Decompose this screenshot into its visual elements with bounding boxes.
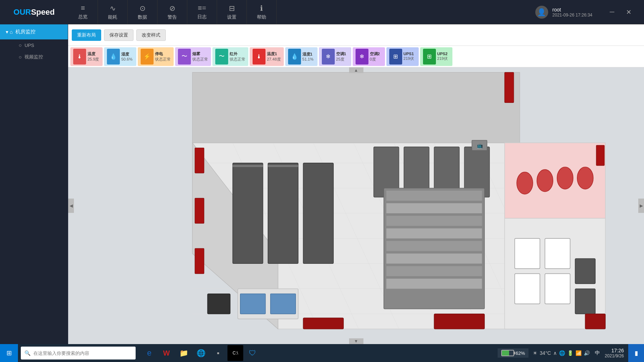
battery-percent: 62% (516, 351, 525, 356)
sensor-name-yanwu: 烟雾 (192, 51, 208, 57)
main-content: 重新布局 保存设置 改变样式 🌡 温度 25.9度 💧 湿度 50.6% ⚡ 停… (68, 24, 644, 344)
nav-tab-jinggao[interactable]: ⊘警告 (158, 0, 187, 24)
sensor-icon-kongtiao2: ❄ (356, 49, 368, 65)
search-icon: 🔍 (24, 350, 30, 356)
battery-fill (502, 351, 509, 356)
wifi-icon: 📶 (575, 350, 582, 356)
sensor-info-ups1: UPS1 219伏 (404, 52, 414, 61)
sidebar-item-shipin-jiankong[interactable]: ○ 视频监控 (13, 51, 68, 63)
terminal-icon[interactable]: ▪ (210, 345, 226, 361)
biangai-button[interactable]: 改变样式 (136, 29, 166, 41)
sensor-icon-ups1: ⊞ (389, 49, 402, 65)
temperature-value: 34°C (540, 350, 551, 356)
svg-point-22 (577, 167, 593, 189)
datetime-display: 17:26 2021/9/26 (605, 348, 624, 358)
rebuju-button[interactable]: 重新布局 (72, 29, 101, 41)
sensor-name-wendu1: 温度1 (267, 51, 281, 57)
sensor-info-kongtiao1: 空调1 25度 (336, 51, 346, 62)
sensor-value-ups2: 219伏 (437, 56, 448, 61)
svg-rect-30 (233, 163, 263, 264)
home-icon: ▾ ⌂ (6, 29, 13, 35)
sensor-icon-hongwai: 〜 (215, 49, 228, 65)
svg-rect-48 (303, 318, 343, 329)
svg-text:📺: 📺 (477, 142, 483, 149)
wps-icon[interactable]: W (159, 345, 174, 361)
action-center-button[interactable]: ▮ (628, 344, 644, 362)
svg-rect-42 (386, 216, 482, 226)
sensor-item-shidu[interactable]: 💧 湿度 50.6% (104, 47, 136, 66)
nenghao-icon: ∿ (110, 4, 116, 13)
edge-icon: 🌐 (559, 350, 565, 356)
svg-rect-27 (545, 273, 570, 304)
sensor-info-yanwu: 烟雾 状态正常 (192, 51, 208, 62)
search-input[interactable] (33, 351, 132, 356)
nenghao-label: 能耗 (108, 14, 117, 20)
scroll-right-arrow[interactable]: ▶ (638, 199, 644, 213)
sidebar-label-jiifang: 机房监控 (15, 29, 36, 35)
svg-rect-25 (545, 238, 570, 268)
baocun-button[interactable]: 保存设置 (104, 29, 133, 41)
sensor-item-yanwu[interactable]: 〜 烟雾 状态正常 (175, 47, 211, 66)
nav-tabs: ≡总览∿能耗⊙数据⊘警告≡=日志⊟设置ℹ帮助 (68, 0, 528, 24)
sensor-item-wendu[interactable]: 🌡 温度 25.9度 (70, 47, 103, 66)
svg-rect-52 (195, 198, 204, 223)
user-info: root 2021-09-26 17:26:34 (553, 7, 592, 18)
sensor-item-ups1[interactable]: ⊞ UPS1 219伏 (386, 47, 419, 66)
nav-tab-shezhi[interactable]: ⊟设置 (217, 0, 247, 24)
sidebar-item-jiifang-jiankong[interactable]: ▾ ⌂ 机房监控 (0, 24, 68, 39)
rizhi-icon: ≡= (198, 4, 206, 12)
start-button[interactable]: ⊞ (0, 344, 18, 362)
svg-rect-46 (386, 266, 482, 276)
zonglan-label: 总览 (78, 14, 88, 20)
svg-rect-40 (386, 191, 482, 201)
ie-icon[interactable]: e (141, 345, 157, 361)
sensor-icon-shidu: 💧 (107, 49, 120, 65)
svg-marker-16 (192, 72, 520, 143)
shuju-icon: ⊙ (140, 4, 146, 13)
sensor-value-kongtiao1: 25度 (336, 57, 346, 62)
sensor-value-ups1: 219伏 (404, 56, 414, 61)
sensor-item-kongtiao2[interactable]: ❄ 空调2 0度 (353, 47, 385, 66)
nav-tab-shuju[interactable]: ⊙数据 (128, 0, 158, 24)
arrow-icon: ∧ (553, 350, 557, 356)
svg-rect-53 (195, 248, 204, 273)
sidebar-sub-menu: ○ UPS ○ 视频监控 (0, 39, 68, 63)
sensor-name-kongtiao2: 空调2 (370, 51, 380, 57)
svg-rect-49 (434, 314, 484, 329)
minimize-button[interactable]: ─ (604, 0, 620, 24)
nav-tab-rizhi[interactable]: ≡=日志 (187, 0, 217, 24)
sensor-name-shidu: 湿度 (121, 52, 132, 57)
folder-icon[interactable]: 📁 (176, 345, 192, 361)
sensor-item-shidu1[interactable]: 💧 湿度1 51.1% (285, 47, 318, 66)
sensor-name-hongwai: 红外 (230, 51, 245, 57)
taskbar-search[interactable]: 🔍 (21, 347, 136, 359)
nav-tab-nenghao[interactable]: ∿能耗 (98, 0, 128, 24)
ie2-icon[interactable]: 🌐 (193, 345, 209, 361)
sensor-value-wendu1: 27.48度 (267, 57, 281, 62)
sensor-name-ups1: UPS1 (404, 52, 414, 56)
scroll-down-arrow[interactable]: ▼ (349, 338, 363, 344)
nav-tab-bangzhu[interactable]: ℹ帮助 (247, 0, 277, 24)
sensor-info-wendu: 温度 25.9度 (88, 51, 99, 62)
sensor-item-ups2[interactable]: ⊞ UPS2 219伏 (420, 47, 452, 66)
close-button[interactable]: ✕ (620, 0, 637, 24)
date-display: 2021/9/26 (605, 353, 624, 358)
sensor-item-wendu1[interactable]: 🌡 温度1 27.48度 (250, 47, 284, 66)
shield-app-icon[interactable]: 🛡 (245, 345, 260, 361)
sensor-item-hongwai[interactable]: 〜 红外 状态正常 (212, 47, 248, 66)
svg-rect-34 (303, 163, 333, 264)
logo: OURSpeed (0, 0, 68, 24)
sensor-item-tingdian[interactable]: ⚡ 停电 状态正常 (138, 47, 174, 66)
scroll-up-arrow[interactable]: ▲ (349, 67, 363, 73)
sensor-icon-wendu: 🌡 (73, 49, 86, 65)
scroll-left-arrow[interactable]: ◀ (68, 199, 74, 213)
svg-rect-24 (515, 238, 540, 268)
sensor-icon-kongtiao1: ❄ (322, 49, 335, 65)
avatar: 👤 (535, 6, 548, 19)
cmd-icon[interactable]: C:\ (227, 345, 243, 361)
svg-rect-26 (515, 273, 540, 304)
sidebar-item-ups[interactable]: ○ UPS (13, 39, 68, 51)
nav-tab-zonglan[interactable]: ≡总览 (68, 0, 98, 24)
sensor-item-kongtiao1[interactable]: ❄ 空调1 25度 (319, 47, 351, 66)
svg-rect-57 (240, 294, 265, 314)
